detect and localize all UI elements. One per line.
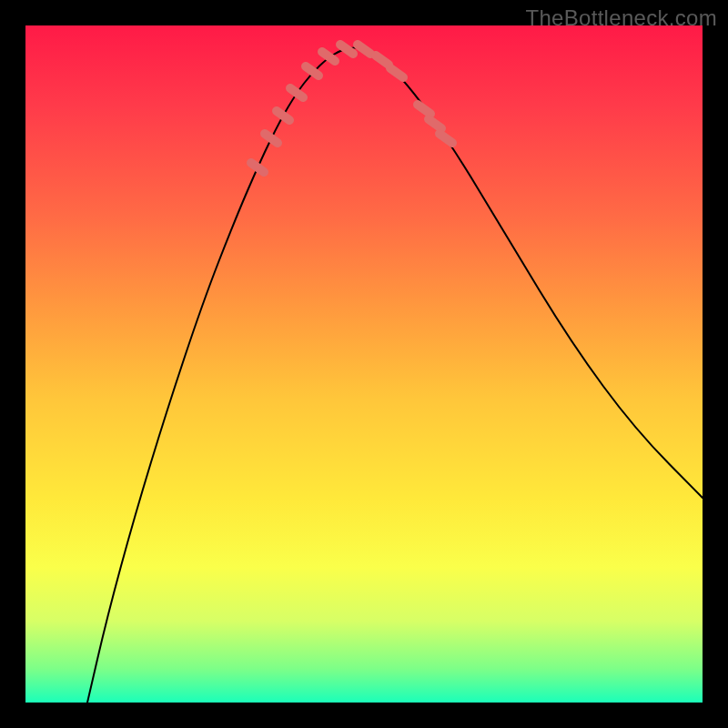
curve-marker (322, 52, 335, 61)
curve-marker (390, 68, 403, 77)
curve-marker (440, 134, 452, 143)
curve-marker (376, 56, 389, 65)
bottleneck-curve (87, 47, 703, 703)
curve-marker (265, 134, 278, 143)
watermark-text: TheBottleneck.com (525, 5, 717, 31)
chart-area (25, 25, 703, 703)
bottleneck-curve-plot (25, 25, 703, 703)
curve-marker (418, 105, 430, 114)
curve-marker (340, 45, 353, 54)
curve-marker (429, 119, 441, 128)
curve-marker (277, 111, 289, 120)
curve-marker (358, 45, 370, 54)
curve-marker (251, 163, 264, 172)
curve-marker (290, 88, 303, 97)
curve-markers (251, 45, 452, 172)
